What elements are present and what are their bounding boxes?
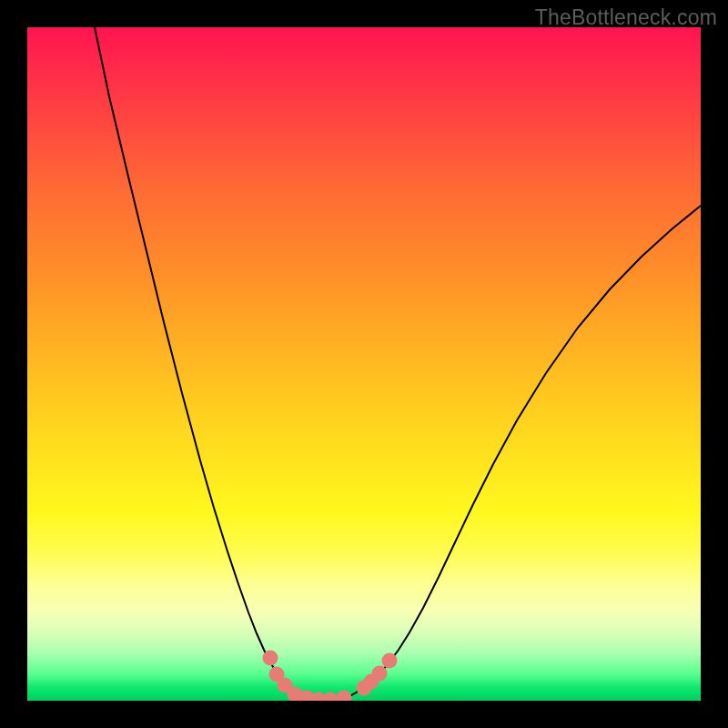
chart-plot-area bbox=[27, 27, 701, 701]
chart-frame: TheBottleneck.com bbox=[0, 0, 728, 728]
curve-markers bbox=[263, 651, 398, 702]
bottleneck-curve bbox=[95, 27, 701, 700]
curve-marker bbox=[382, 653, 398, 669]
curve-marker bbox=[263, 651, 278, 666]
curve-marker bbox=[323, 693, 339, 702]
curve-marker bbox=[372, 666, 388, 682]
bottleneck-curve-svg bbox=[27, 27, 701, 701]
curve-marker bbox=[337, 691, 352, 702]
watermark-label: TheBottleneck.com bbox=[535, 5, 717, 30]
